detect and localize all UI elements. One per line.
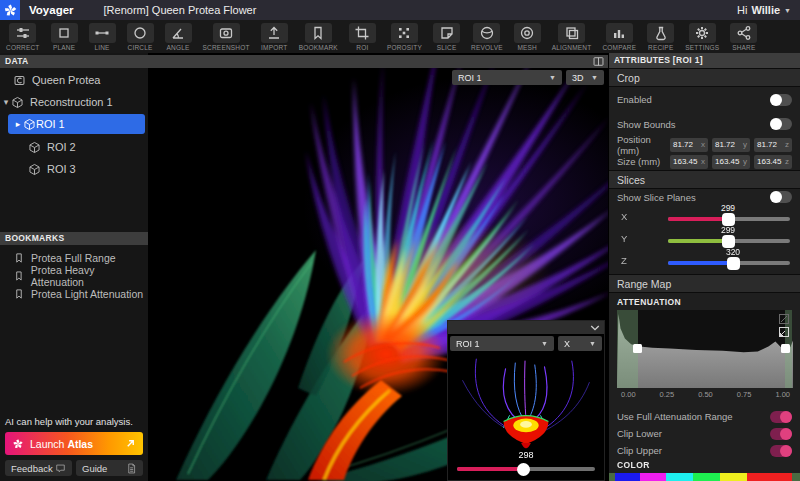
guide-button[interactable]: Guide <box>76 460 143 476</box>
chevron-down-icon: ▼ <box>784 7 791 14</box>
inset-axis-selector[interactable]: X ▼ <box>558 336 602 351</box>
position-z-input[interactable]: 81.72z <box>754 138 792 152</box>
bookmark-item[interactable]: Protea Light Attenuation <box>0 285 148 303</box>
slice-view[interactable] <box>449 352 603 452</box>
toolbar-porosity-button[interactable]: POROSITY <box>387 23 422 51</box>
inset-roi-selector[interactable]: ROI 1 ▼ <box>450 336 554 351</box>
tree-item-roi-1-selected[interactable]: ▸ ROI 1 <box>8 114 145 134</box>
show-slice-planes-toggle[interactable] <box>770 191 792 203</box>
use-full-attenuation-range-toggle[interactable] <box>770 411 792 423</box>
chevron-expanded-icon[interactable]: ▾ <box>1 97 11 107</box>
slider-fill <box>668 261 733 265</box>
slider-knob[interactable] <box>727 257 740 270</box>
arrow-up-right-icon <box>125 438 136 449</box>
slice-inset-panel: ROI 1 ▼ X ▼ <box>447 320 605 481</box>
range-handle-lower[interactable] <box>633 344 642 353</box>
feedback-button[interactable]: Feedback <box>5 460 72 476</box>
slider-knob[interactable] <box>722 235 735 248</box>
volume-cube-icon <box>28 141 41 154</box>
toggle-knob <box>770 191 782 203</box>
colormap-bar[interactable] <box>609 473 800 481</box>
toolbar-roi-button[interactable]: ROI <box>349 23 376 51</box>
clip-upper-toggle[interactable] <box>770 445 792 457</box>
show-bounds-toggle[interactable] <box>770 118 792 130</box>
y-slice-slider[interactable] <box>668 239 790 243</box>
size-z-input[interactable]: 163.45z <box>754 155 792 169</box>
toolbar-line-button[interactable]: LINE <box>89 23 116 51</box>
toolbar-import-button[interactable]: IMPORT <box>261 23 288 51</box>
share-icon <box>736 25 752 41</box>
toolbar-angle-button[interactable]: ANGLE <box>165 23 192 51</box>
viewport-roi-selector[interactable]: ROI 1 ▼ <box>452 70 562 85</box>
toolbar-share-button[interactable]: SHARE <box>730 23 757 51</box>
toolbar-compare-button[interactable]: COMPARE <box>602 23 636 51</box>
tree-item-reconstruction-1[interactable]: ▾ Reconstruction 1 <box>0 92 148 112</box>
bookmark-item[interactable]: Protea Heavy Attenuation <box>0 267 148 285</box>
edit-curve-icon[interactable] <box>779 327 789 337</box>
toolbar-plane-button[interactable]: PLANE <box>51 23 78 51</box>
settings-gear-icon <box>694 25 710 41</box>
app-name: Voyager <box>29 4 74 16</box>
roi-crop-icon <box>354 25 370 41</box>
inset-collapse-bar[interactable] <box>448 321 604 334</box>
pinwheel-logo-icon <box>3 3 18 18</box>
sliders-icon <box>15 25 31 41</box>
toolbar-recipe-button[interactable]: RECIPE <box>647 23 674 51</box>
split-view-icon[interactable] <box>593 56 604 67</box>
toolbar-revolve-button[interactable]: REVOLVE <box>471 23 503 51</box>
data-sidebar: DATA Queen Protea ▾ Reconstruction 1 ▸ R… <box>0 53 148 481</box>
attributes-panel-title: ATTRIBUTES [ROI 1] <box>609 53 800 68</box>
clip-lower-toggle[interactable] <box>770 428 792 440</box>
launch-atlas-button[interactable]: Launch Atlas <box>5 432 143 455</box>
size-y-input[interactable]: 163.45y <box>712 155 750 169</box>
x-slice-slider[interactable] <box>668 217 790 221</box>
enabled-toggle[interactable] <box>770 94 792 106</box>
crop-section-header[interactable]: Crop <box>609 68 800 87</box>
inset-slice-slider[interactable] <box>457 467 595 471</box>
toolbar-bookmark-button[interactable]: BOOKMARK <box>299 23 338 51</box>
toolbar-mesh-button[interactable]: MESH <box>514 23 541 51</box>
position-y-input[interactable]: 81.72y <box>712 138 750 152</box>
position-x-input[interactable]: 81.72x <box>670 138 708 152</box>
toolbar-settings-button[interactable]: SETTINGS <box>685 23 719 51</box>
size-x-input[interactable]: 163.45x <box>670 155 708 169</box>
toolbar-screenshot-button[interactable]: SCREENSHOT <box>203 23 250 51</box>
clip-lower-row: Clip Lower <box>609 425 800 442</box>
attenuation-histogram[interactable] <box>617 310 792 388</box>
voyager-logo <box>0 0 20 20</box>
bookmark-icon <box>310 25 326 41</box>
chevron-down-icon: ▼ <box>541 340 548 347</box>
toolbar-circle-button[interactable]: CIRCLE <box>127 23 154 51</box>
tree-item-roi-2[interactable]: ROI 2 <box>0 137 148 157</box>
toolbar-correct-button[interactable]: CORRECT <box>6 23 40 51</box>
attenuation-label: ATTENUATION <box>609 293 800 310</box>
user-menu[interactable]: Hi Willie ▼ <box>737 4 791 16</box>
z-slice-slider[interactable] <box>668 261 790 265</box>
bookmark-icon <box>13 288 25 300</box>
circle-icon <box>132 25 148 41</box>
toolbar-alignment-button[interactable]: ALIGNMENT <box>552 23 592 51</box>
color-label: COLOR <box>609 460 800 473</box>
volume-cube-icon <box>28 163 41 176</box>
tree-item-queen-protea[interactable]: Queen Protea <box>0 70 148 90</box>
slices-section-header[interactable]: Slices <box>609 170 800 189</box>
linear-curve-icon[interactable] <box>779 314 789 324</box>
line-icon <box>94 25 110 41</box>
color-section: COLOR <box>609 460 800 481</box>
tree-item-roi-3[interactable]: ROI 3 <box>0 159 148 179</box>
volume-cube-icon <box>23 118 36 131</box>
viewport-mode-selector[interactable]: 3D ▼ <box>566 70 604 85</box>
slider-knob[interactable] <box>722 213 735 226</box>
dataset-icon <box>13 74 26 87</box>
toolbar-slice-button[interactable]: SLICE <box>433 23 460 51</box>
range-handle-upper[interactable] <box>781 344 790 353</box>
slider-knob[interactable] <box>517 463 530 476</box>
alignment-icon <box>564 25 580 41</box>
clip-upper-label: Clip Upper <box>617 445 662 456</box>
render-viewport[interactable]: ROI 1 ▼ 3D ▼ ROI 1 ▼ X ▼ <box>148 53 608 481</box>
chevron-collapsed-icon[interactable]: ▸ <box>13 119 23 129</box>
range-map-section-header[interactable]: Range Map <box>609 274 800 293</box>
document-title: [Renorm] Queen Protea Flower <box>104 4 257 16</box>
angle-icon <box>170 25 186 41</box>
main-area: DATA Queen Protea ▾ Reconstruction 1 ▸ R… <box>0 53 800 481</box>
